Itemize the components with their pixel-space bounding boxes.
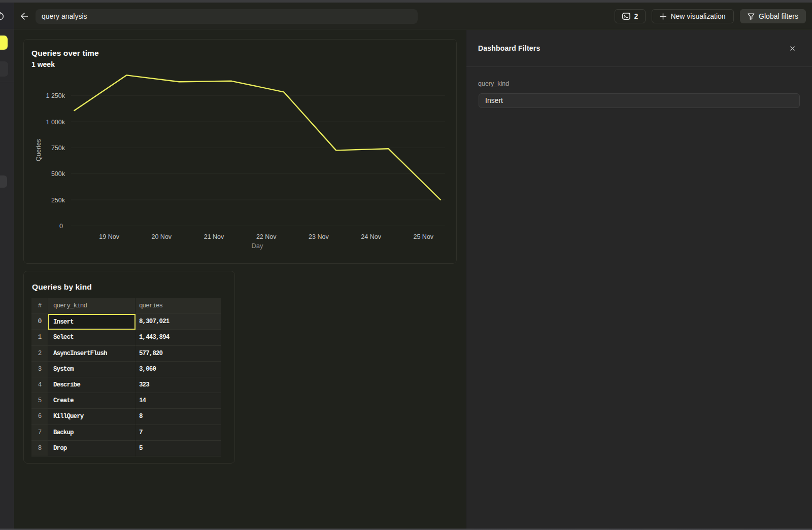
- svg-text:22 Nov: 22 Nov: [256, 233, 277, 240]
- svg-text:1 250k: 1 250k: [46, 92, 65, 99]
- svg-text:500k: 500k: [51, 170, 65, 178]
- svg-text:24 Nov: 24 Nov: [361, 233, 381, 240]
- svg-text:0: 0: [59, 223, 63, 230]
- svg-text:Queries: Queries: [35, 139, 42, 161]
- svg-text:750k: 750k: [51, 145, 65, 152]
- svg-text:Day: Day: [251, 242, 263, 250]
- svg-text:21 Nov: 21 Nov: [204, 233, 224, 240]
- svg-text:23 Nov: 23 Nov: [309, 233, 329, 240]
- svg-text:250k: 250k: [51, 197, 65, 204]
- svg-text:19 Nov: 19 Nov: [99, 233, 119, 240]
- svg-text:1 000k: 1 000k: [46, 119, 65, 126]
- svg-text:20 Nov: 20 Nov: [151, 233, 172, 240]
- svg-text:25 Nov: 25 Nov: [413, 233, 433, 240]
